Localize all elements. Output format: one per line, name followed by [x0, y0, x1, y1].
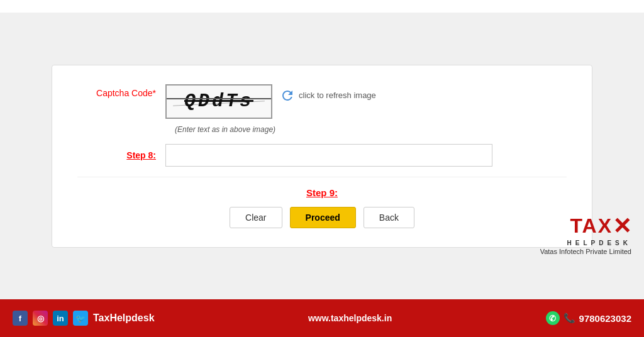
- footer-phone-area: ✆ 📞 9780623032: [546, 311, 631, 325]
- logo-tax: TAX: [570, 216, 613, 236]
- twitter-icon[interactable]: 🐦: [73, 311, 88, 326]
- step9-section: Step 9: Clear Proceed Back: [77, 187, 567, 228]
- captcha-label: Captcha Code*: [77, 84, 165, 98]
- refresh-captcha-button[interactable]: click to refresh image: [280, 84, 376, 103]
- facebook-icon[interactable]: f: [13, 311, 28, 326]
- section-divider: [77, 177, 567, 177]
- back-button[interactable]: Back: [364, 207, 414, 228]
- instagram-icon[interactable]: ◎: [33, 311, 48, 326]
- footer-brand: TaxHelpdesk: [93, 312, 155, 324]
- logo-x: ✕: [613, 213, 631, 240]
- linkedin-icon[interactable]: in: [53, 311, 68, 326]
- captcha-image-text: QDdTs: [184, 91, 253, 112]
- whatsapp-icon: ✆: [546, 311, 560, 325]
- action-buttons: Clear Proceed Back: [230, 207, 414, 228]
- captcha-hint: (Enter text as in above image): [175, 125, 567, 134]
- captcha-label-text: Captcha Code: [96, 88, 153, 98]
- logo-helpdesk: HELPDESK: [540, 240, 631, 246]
- captcha-row: Captcha Code* QDdTs click to refresh ima…: [77, 84, 567, 119]
- phone-icon: 📞: [564, 312, 575, 324]
- proceed-button[interactable]: Proceed: [290, 207, 356, 228]
- main-card: Captcha Code* QDdTs click to refresh ima…: [52, 65, 592, 248]
- footer-website[interactable]: www.taxhelpdesk.in: [308, 313, 392, 323]
- refresh-icon: [280, 88, 295, 103]
- footer-left: f ◎ in 🐦 TaxHelpdesk: [13, 311, 155, 326]
- captcha-image[interactable]: QDdTs: [165, 84, 272, 119]
- logo-company: Vatas Infotech Private Limited: [540, 248, 631, 255]
- required-star: *: [153, 88, 156, 98]
- captcha-hint-text: (Enter text as in above image): [175, 125, 275, 134]
- refresh-label: click to refresh image: [299, 91, 376, 100]
- step8-label: Step 8:: [77, 150, 165, 160]
- captcha-input[interactable]: [165, 144, 492, 167]
- step8-row: Step 8:: [77, 144, 567, 167]
- step9-label: Step 9:: [306, 187, 338, 198]
- clear-button[interactable]: Clear: [230, 207, 282, 228]
- footer: f ◎ in 🐦 TaxHelpdesk www.taxhelpdesk.in …: [0, 299, 644, 337]
- footer-phone[interactable]: 9780623032: [579, 313, 631, 324]
- logo-area: TAX ✕ HELPDESK Vatas Infotech Private Li…: [540, 216, 631, 255]
